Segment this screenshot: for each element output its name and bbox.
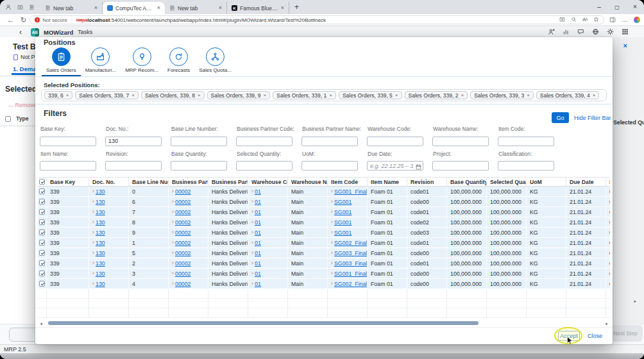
tab-forecasts[interactable]: Forecasts xyxy=(163,46,194,76)
row-checkbox[interactable] xyxy=(39,230,45,235)
vertical-tabs-icon[interactable] xyxy=(29,1,35,13)
filter-input-base-key[interactable] xyxy=(40,137,96,146)
tab-mrp-recom[interactable]: MRP Recom... xyxy=(121,46,163,76)
filter-input-item-code[interactable] xyxy=(498,137,554,146)
table-row[interactable]: 339130300002Hanks Deliveries01MainSG001_… xyxy=(38,269,610,279)
accept-button[interactable]: Accept xyxy=(558,331,580,341)
filter-input-warehouse-code[interactable] xyxy=(367,137,423,146)
chip-remove-icon[interactable] xyxy=(395,93,398,98)
tab-manufacturi[interactable]: Manufacturi... xyxy=(81,46,121,76)
doc-no-link[interactable]: 130 xyxy=(96,219,105,226)
selected-position-chip[interactable]: Sales Orders, 339, 7 xyxy=(75,91,139,99)
user-icon[interactable] xyxy=(548,26,555,38)
select-all-checkbox[interactable] xyxy=(39,179,45,185)
filter-input-project[interactable] xyxy=(432,161,489,171)
selected-position-chip[interactable]: Sales Orders, 339, 1 xyxy=(273,91,336,99)
settings-icon[interactable] xyxy=(607,26,614,38)
selected-position-chip[interactable]: Sales Orders, 339, 4 xyxy=(536,91,600,99)
item-code-link[interactable]: SG003_Final xyxy=(334,250,367,256)
row-checkbox[interactable] xyxy=(39,260,45,266)
column-header-due-date[interactable]: Due Date xyxy=(566,178,606,186)
globe-icon[interactable] xyxy=(592,26,599,38)
warehouse-code-link[interactable]: 01 xyxy=(255,250,261,256)
column-header-doc-no[interactable]: Doc. No. xyxy=(89,178,129,186)
filter-input-warehouse-name[interactable] xyxy=(432,137,489,146)
favorite-icon[interactable] xyxy=(593,17,599,24)
column-header-item-code[interactable]: Item Code xyxy=(328,178,368,186)
doc-no-link[interactable]: 130 xyxy=(96,240,105,246)
business-partne-link[interactable]: 00002 xyxy=(175,230,191,236)
business-partne-link[interactable]: 00002 xyxy=(175,188,191,195)
row-checkbox[interactable] xyxy=(39,240,45,246)
column-header-base-key[interactable]: Base Key xyxy=(47,178,89,186)
apps-grid-icon[interactable] xyxy=(622,26,629,38)
filter-input-doc-no[interactable] xyxy=(105,137,162,146)
column-header-business-partne[interactable]: Business Partne... xyxy=(208,178,248,186)
close-button[interactable]: Close xyxy=(588,333,602,339)
browser-menu-icon[interactable] xyxy=(622,17,628,23)
select-all-checkbox-background[interactable] xyxy=(5,116,11,122)
feedback-icon[interactable] xyxy=(577,26,584,38)
item-code-link[interactable]: SG001 xyxy=(334,209,352,215)
refresh-icon[interactable] xyxy=(21,17,26,24)
analytics-icon[interactable] xyxy=(563,26,570,38)
filter-input-business-partner-code[interactable] xyxy=(236,137,292,146)
minimize-icon[interactable] xyxy=(590,4,608,10)
app-back-icon[interactable] xyxy=(19,28,22,36)
tab-sales-quota[interactable]: Sales Quota... xyxy=(194,46,236,76)
business-partne-link[interactable]: 00002 xyxy=(175,271,191,277)
selected-position-chip[interactable]: Sales Orders, 339, 3 xyxy=(470,91,534,99)
window-close-icon[interactable] xyxy=(626,4,644,10)
column-header-base-quantity[interactable]: Base Quantity xyxy=(447,178,487,186)
selected-position-chip[interactable]: Sales Orders, 339, 9 xyxy=(207,91,271,99)
split-screen-icon[interactable] xyxy=(559,17,565,24)
chip-remove-icon[interactable] xyxy=(593,93,596,98)
tab-sales-orders[interactable]: Sales Orders xyxy=(42,46,81,76)
table-row[interactable]: 339130400002Hanks Deliveries01MainSG002_… xyxy=(38,279,610,289)
selected-position-chip[interactable]: Sales Orders, 339, 5 xyxy=(339,91,402,99)
warehouse-code-link[interactable]: 01 xyxy=(255,199,261,205)
doc-no-link[interactable]: 130 xyxy=(96,209,105,215)
business-partne-link[interactable]: 00002 xyxy=(175,260,191,267)
row-checkbox[interactable] xyxy=(39,209,45,215)
chip-remove-icon[interactable] xyxy=(527,93,530,98)
hide-filter-bar-link[interactable]: Hide Filter Bar xyxy=(574,115,611,121)
doc-no-link[interactable]: 130 xyxy=(96,250,105,256)
warehouse-code-link[interactable]: 01 xyxy=(255,188,261,195)
table-row[interactable]: 339130800002Hanks Deliveries01MainSG001F… xyxy=(38,217,610,228)
panel-close-icon[interactable]: × xyxy=(623,42,627,49)
filter-input-selected-quantity[interactable] xyxy=(236,161,292,171)
column-header-revision[interactable]: Revision xyxy=(407,178,447,186)
item-code-link[interactable]: SG001_Final xyxy=(334,271,367,277)
go-button[interactable]: Go xyxy=(552,112,569,123)
restore-icon[interactable] xyxy=(608,4,626,10)
warehouse-code-link[interactable]: 01 xyxy=(255,281,261,287)
tab-close-icon[interactable] xyxy=(281,5,284,11)
tab-close-icon[interactable] xyxy=(219,5,222,11)
warehouse-code-link[interactable]: 01 xyxy=(255,230,261,236)
column-header-business-partne[interactable]: Business Partne... xyxy=(169,178,208,186)
chip-remove-icon[interactable] xyxy=(198,93,201,98)
chip-remove-icon[interactable] xyxy=(461,93,464,98)
business-partne-link[interactable]: 00002 xyxy=(175,281,191,287)
selected-position-chip[interactable]: Sales Orders, 339, 2 xyxy=(405,91,468,99)
column-header-item-name[interactable]: Item Name xyxy=(368,178,407,186)
browser-tab-computec-appengine[interactable]: CompuTec AppEngine xyxy=(103,2,165,14)
filter-input-classification[interactable] xyxy=(498,161,554,171)
scroll-left-arrow[interactable] xyxy=(38,321,44,326)
column-header-warehouse-name[interactable]: Warehouse Name xyxy=(288,178,328,186)
warehouse-code-link[interactable]: 01 xyxy=(255,240,261,246)
business-partne-link[interactable]: 00002 xyxy=(175,250,191,256)
table-row[interactable]: 339130900002Hanks Deliveries01MainSG001F… xyxy=(38,228,610,238)
table-row[interactable]: 339130700002Hanks Deliveries01MainSG001F… xyxy=(38,207,610,217)
item-code-link[interactable]: SG002_Final xyxy=(334,240,367,246)
business-partne-link[interactable]: 00002 xyxy=(175,199,191,205)
doc-no-link[interactable]: 130 xyxy=(96,281,105,287)
table-row[interactable]: 339130000002Hanks Deliveries01MainSG001_… xyxy=(38,187,610,197)
business-partne-link[interactable]: 00002 xyxy=(175,219,191,226)
filter-input-item-name[interactable] xyxy=(40,161,96,171)
sidebar-icon[interactable] xyxy=(609,14,616,26)
chip-remove-icon[interactable] xyxy=(66,93,69,98)
table-row[interactable]: 339130100002Hanks Deliveries01MainSG002_… xyxy=(38,238,610,248)
business-partne-link[interactable]: 00002 xyxy=(175,209,191,215)
